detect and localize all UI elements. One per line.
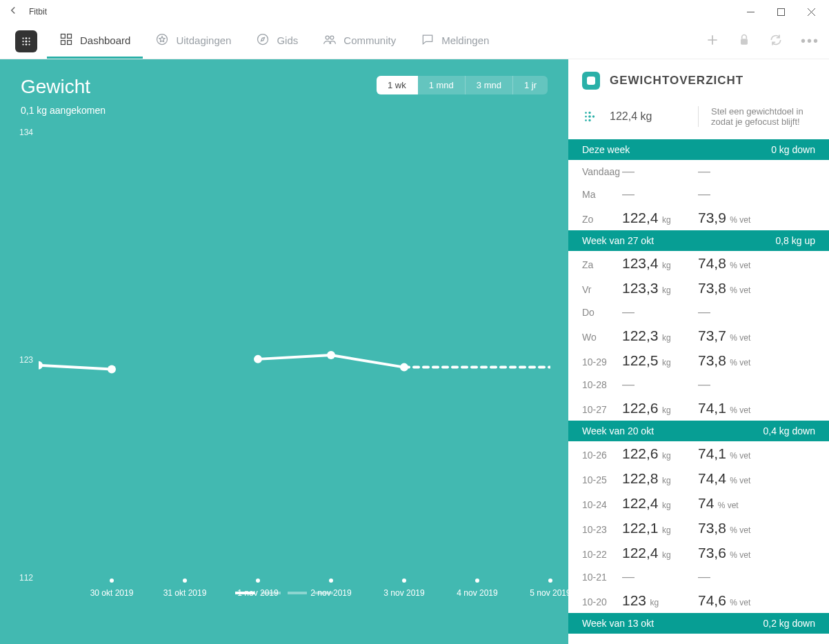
nav-meldingen[interactable]: Meldingen — [408, 23, 501, 59]
nav-label: Meldingen — [441, 34, 489, 46]
range-1mnd[interactable]: 1 mnd — [418, 76, 466, 94]
weight-row[interactable]: 10-23122,1 kg73,8 % vet — [568, 516, 829, 541]
range-3mnd[interactable]: 3 mnd — [466, 76, 513, 94]
app-name: Fitbit — [29, 7, 47, 17]
sync-icon[interactable] — [769, 33, 783, 50]
weight-chart-pane: Gewicht 1 wk1 mnd3 mnd1 jr 0,1 kg aangek… — [0, 59, 568, 644]
svg-point-26 — [585, 116, 587, 118]
chart-pager[interactable] — [235, 592, 333, 594]
svg-rect-10 — [61, 34, 66, 38]
x-tick-label: 3 nov 2019 — [383, 588, 424, 598]
week-header: Week van 13 okt0,2 kg down — [568, 613, 829, 634]
svg-point-22 — [327, 351, 335, 359]
svg-point-5 — [26, 40, 28, 42]
svg-rect-12 — [61, 40, 66, 44]
weight-row[interactable]: Do—— — [568, 301, 829, 323]
time-range-segment: 1 wk1 mnd3 mnd1 jr — [377, 76, 548, 94]
svg-point-15 — [258, 34, 268, 44]
more-icon[interactable]: ••• — [801, 33, 819, 49]
weight-row[interactable]: 10-27122,6 kg74,1 % vet — [568, 396, 829, 421]
chart-title: Gewicht — [21, 76, 90, 98]
line-chart — [39, 123, 550, 598]
weight-row[interactable]: Zo122,4 kg73,9 % vet — [568, 205, 829, 230]
weight-row[interactable]: 10-22122,4 kg73,6 % vet — [568, 541, 829, 565]
svg-point-21 — [254, 355, 262, 363]
svg-rect-13 — [68, 40, 72, 44]
x-axis: 30 okt 201931 okt 20191 nov 20192 nov 20… — [39, 578, 550, 579]
svg-point-4 — [22, 40, 23, 41]
svg-point-6 — [28, 40, 30, 41]
svg-point-20 — [108, 365, 116, 374]
weight-row[interactable]: Vandaag—— — [568, 160, 829, 183]
x-tick-label: 31 okt 2019 — [163, 588, 207, 598]
nav-label: Dashboard — [80, 34, 130, 46]
add-icon[interactable] — [706, 33, 719, 50]
y-tick: 112 — [19, 573, 33, 583]
range-1jr[interactable]: 1 jr — [513, 76, 548, 94]
svg-point-27 — [588, 115, 591, 118]
nav-dashboard[interactable]: Dashboard — [47, 23, 143, 59]
back-icon[interactable] — [7, 4, 19, 19]
chat-icon — [421, 32, 435, 48]
window-minimize[interactable] — [735, 0, 766, 23]
weight-row[interactable]: Wo122,3 kg73,7 % vet — [568, 323, 829, 348]
nav-uitdagingen[interactable]: Uitdagingen — [143, 23, 243, 59]
svg-point-16 — [326, 36, 329, 39]
y-tick: 123 — [19, 355, 33, 365]
svg-point-24 — [585, 112, 587, 114]
week-header: Week van 27 okt0,8 kg up — [568, 230, 829, 251]
svg-point-25 — [588, 112, 590, 114]
svg-point-2 — [26, 37, 28, 39]
svg-rect-0 — [777, 8, 784, 15]
chart-area: 134 123 112 30 okt 201931 okt 20191 nov … — [0, 123, 568, 598]
app-logo[interactable] — [15, 30, 37, 52]
svg-point-7 — [22, 43, 23, 45]
svg-point-17 — [330, 36, 334, 39]
people-icon — [323, 32, 337, 48]
svg-point-30 — [588, 119, 590, 121]
nav-community[interactable]: Community — [310, 23, 408, 59]
weight-row[interactable]: 10-26122,6 kg74,1 % vet — [568, 441, 829, 466]
svg-point-29 — [585, 119, 587, 121]
lock-icon[interactable] — [737, 33, 751, 50]
weight-row[interactable]: Vr123,3 kg73,8 % vet — [568, 276, 829, 301]
fitbit-glyph-icon — [582, 109, 597, 124]
goal-hint[interactable]: Stel een gewichtdoel in zodat je gefocus… — [698, 106, 815, 127]
svg-point-8 — [26, 43, 28, 46]
weight-row[interactable]: 10-29122,5 kg73,8 % vet — [568, 348, 829, 373]
window-controls — [735, 0, 826, 23]
chart-subtitle: 0,1 kg aangekomen — [0, 102, 568, 116]
main-nav: DashboardUitdagingenGidsCommunityMelding… — [0, 23, 829, 59]
weight-row[interactable]: Ma—— — [568, 183, 829, 205]
weight-row[interactable]: 10-24122,4 kg74 % vet — [568, 491, 829, 516]
x-tick-label: 4 nov 2019 — [457, 588, 497, 598]
svg-point-1 — [22, 37, 23, 39]
window-maximize[interactable] — [766, 0, 796, 23]
svg-point-19 — [39, 361, 43, 370]
window-titlebar: Fitbit — [0, 0, 829, 23]
window-close[interactable] — [796, 0, 826, 23]
svg-point-9 — [28, 43, 30, 45]
svg-rect-18 — [741, 39, 748, 44]
weight-overview-pane: GEWICHTOVERZICHT 122,4 kg Stel een gewic… — [568, 59, 829, 644]
svg-point-3 — [28, 37, 30, 39]
nav-label: Uitdagingen — [176, 34, 231, 46]
weight-row[interactable]: 10-28—— — [568, 373, 829, 396]
current-weight: 122,4 kg — [610, 110, 652, 123]
weight-row[interactable]: Za123,4 kg74,8 % vet — [568, 251, 829, 276]
range-1wk[interactable]: 1 wk — [377, 76, 418, 94]
overview-heading: GEWICHTOVERZICHT — [610, 74, 743, 88]
x-tick-label: 5 nov 2019 — [530, 588, 570, 598]
week-header: Deze week0 kg down — [568, 139, 829, 160]
weight-row[interactable]: 10-25122,8 kg74,4 % vet — [568, 466, 829, 491]
nav-gids[interactable]: Gids — [243, 23, 310, 59]
star-icon — [155, 32, 169, 48]
grid-icon — [59, 32, 73, 48]
nav-label: Gids — [277, 34, 298, 46]
nav-label: Community — [343, 34, 396, 46]
x-tick-label: 30 okt 2019 — [90, 588, 134, 598]
weight-row[interactable]: 10-21—— — [568, 565, 829, 588]
svg-point-28 — [592, 115, 595, 117]
weight-row[interactable]: 10-20123 kg74,6 % vet — [568, 588, 829, 613]
y-tick: 134 — [19, 128, 33, 137]
